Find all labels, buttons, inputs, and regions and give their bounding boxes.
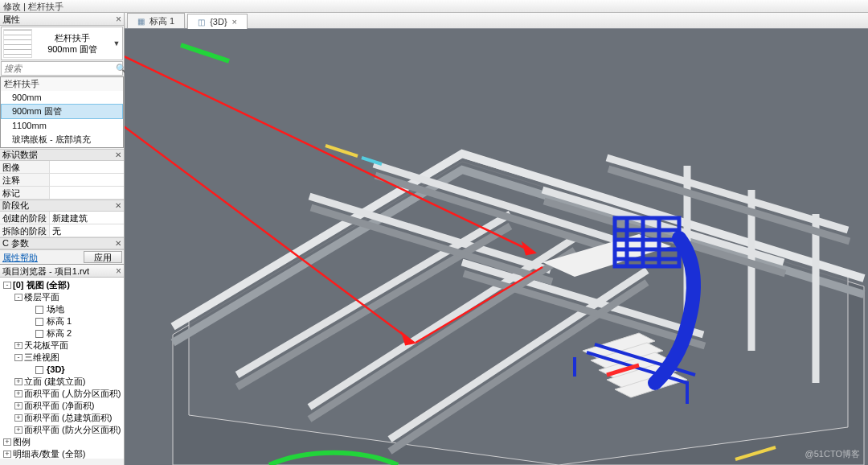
tree-toggle-icon[interactable]: + (3, 451, 11, 458)
grid-icon: ▦ (137, 14, 145, 29)
cube-icon: ◫ (198, 14, 205, 30)
type-selector[interactable]: 栏杆扶手 900mm 圆管 ▼ (1, 27, 123, 60)
project-browser: 项目浏览器 - 项目1.rvt × -[0] 视图 (全部)-楼层平面场地标高 … (0, 264, 124, 459)
tree-label: 标高 2 (47, 327, 72, 339)
checkbox-icon[interactable] (35, 330, 43, 338)
chevron-down-icon[interactable]: ▼ (111, 39, 122, 47)
tree-label: 面积平面 (防火分区面积) (24, 424, 121, 436)
close-icon[interactable]: × (116, 13, 121, 26)
close-icon[interactable]: × (232, 14, 237, 30)
chevron-icon: ✕ (115, 239, 121, 248)
tree-node[interactable]: -[0] 视图 (全部) (0, 279, 124, 291)
tree-toggle-icon[interactable]: + (14, 426, 23, 434)
section-label: 阶段化 (2, 200, 29, 212)
tree-toggle-icon[interactable]: + (3, 438, 11, 446)
prop-key: 创建的阶段 (0, 212, 50, 224)
tab-label: {3D} (210, 14, 227, 30)
section-label: C 参数 (2, 237, 29, 249)
tree-toggle-icon[interactable]: - (14, 354, 23, 361)
dropdown-option[interactable]: 900mm (1, 91, 123, 104)
search-box: 🔍 (1, 61, 123, 76)
tree-label: 明细表/数量 (全部) (13, 448, 85, 459)
section-id-data[interactable]: 标识数据 ✕ (0, 149, 124, 161)
tree-node[interactable]: +面积平面 (净面积) (0, 400, 124, 412)
prop-value[interactable] (50, 187, 124, 199)
tree-toggle-icon[interactable]: + (14, 378, 23, 385)
tab-label: 标高 1 (149, 14, 174, 29)
tree-node[interactable]: +面积平面 (防火分区面积) (0, 424, 124, 436)
tree-node[interactable]: +立面 (建筑立面) (0, 376, 124, 388)
prop-value[interactable] (50, 174, 124, 186)
tree-label: {3D} (47, 364, 65, 376)
tree-toggle-icon[interactable]: + (14, 414, 23, 422)
tree-node[interactable]: -三维视图 (0, 352, 124, 364)
help-row: 属性帮助 应用 (0, 249, 124, 264)
3d-viewport[interactable] (125, 29, 868, 465)
tree-label: 标高 1 (47, 315, 72, 327)
apply-button[interactable]: 应用 (84, 251, 122, 263)
tree-node[interactable]: {3D} (0, 364, 124, 376)
checkbox-icon[interactable] (35, 318, 43, 326)
checkbox-icon[interactable] (35, 306, 43, 314)
tree-node[interactable]: 标高 1 (0, 315, 124, 327)
browser-tree: -[0] 视图 (全部)-楼层平面场地标高 1标高 2+天花板平面-三维视图{3… (0, 278, 124, 459)
search-input[interactable] (2, 62, 116, 75)
tree-toggle-icon[interactable]: + (14, 342, 23, 349)
tree-node[interactable]: 标高 2 (0, 327, 124, 339)
dropdown-option[interactable]: 玻璃嵌板 - 底部填充 (1, 132, 123, 147)
tree-node[interactable]: 场地 (0, 303, 124, 315)
prop-value[interactable]: 无 (50, 224, 124, 237)
tree-toggle-icon[interactable]: + (14, 390, 23, 397)
tree-label: 面积平面 (总建筑面积) (24, 412, 112, 424)
tree-label: [0] 视图 (全部) (13, 279, 70, 291)
section-c-params[interactable]: C 参数 ✕ (0, 237, 124, 249)
tab[interactable]: ▦标高 1 (127, 13, 185, 28)
left-panel: 属性 × 栏杆扶手 900mm 圆管 ▼ 🔍 栏杆扶手 900mm 900mm … (0, 13, 125, 465)
tree-label: 面积平面 (净面积) (24, 400, 94, 412)
tree-node[interactable]: +面积平面 (总建筑面积) (0, 412, 124, 424)
title-text: 修改 | 栏杆扶手 (3, 2, 63, 11)
model-svg (125, 29, 868, 465)
dropdown-option[interactable]: 1100mm (1, 119, 123, 132)
tree-label: 天花板平面 (24, 339, 68, 352)
properties-header: 属性 × (0, 13, 124, 26)
prop-row: 拆除的阶段 无 (0, 224, 124, 237)
type-sub: 900mm 圆管 (34, 43, 111, 55)
tree-node[interactable]: +明细表/数量 (全部) (0, 448, 124, 459)
titlebar: 修改 | 栏杆扶手 (0, 0, 868, 13)
prop-row: 注释 (0, 174, 124, 187)
properties-title: 属性 (2, 13, 20, 26)
prop-row: 图像 (0, 161, 124, 174)
view-tabs: ▦标高 1◫{3D}× (125, 13, 868, 29)
tree-node[interactable]: +图例 (0, 436, 124, 448)
dropdown-option-selected[interactable]: 900mm 圆管 (1, 104, 123, 119)
prop-key: 图像 (0, 161, 50, 173)
section-phase[interactable]: 阶段化 ✕ (0, 200, 124, 212)
checkbox-icon[interactable] (35, 366, 43, 374)
close-icon[interactable]: × (116, 265, 121, 278)
tree-label: 楼层平面 (24, 291, 59, 303)
tree-toggle-icon[interactable]: + (14, 402, 23, 409)
chevron-icon: ✕ (115, 201, 121, 210)
prop-value[interactable] (50, 161, 124, 173)
prop-row: 标记 (0, 187, 124, 200)
tree-node[interactable]: +天花板平面 (0, 339, 124, 352)
type-name: 栏杆扶手 (34, 32, 111, 43)
tree-label: 面积平面 (人防分区面积) (24, 388, 121, 400)
type-text: 栏杆扶手 900mm 圆管 (34, 32, 111, 55)
type-thumbnail (3, 29, 32, 58)
tree-toggle-icon[interactable]: - (3, 282, 11, 289)
tree-node[interactable]: -楼层平面 (0, 291, 124, 303)
section-label: 标识数据 (2, 149, 38, 161)
tab-active[interactable]: ◫{3D}× (187, 14, 248, 29)
tree-label: 立面 (建筑立面) (24, 376, 85, 388)
tree-toggle-icon[interactable]: - (14, 294, 23, 301)
prop-key: 拆除的阶段 (0, 224, 50, 237)
tree-label: 三维视图 (24, 352, 59, 364)
chevron-icon: ✕ (115, 150, 121, 159)
help-link[interactable]: 属性帮助 (0, 250, 82, 264)
tree-node[interactable]: +面积平面 (人防分区面积) (0, 388, 124, 400)
tree-label: 场地 (47, 303, 64, 315)
prop-row: 创建的阶段 新建建筑 (0, 212, 124, 224)
prop-value[interactable]: 新建建筑 (50, 212, 124, 224)
